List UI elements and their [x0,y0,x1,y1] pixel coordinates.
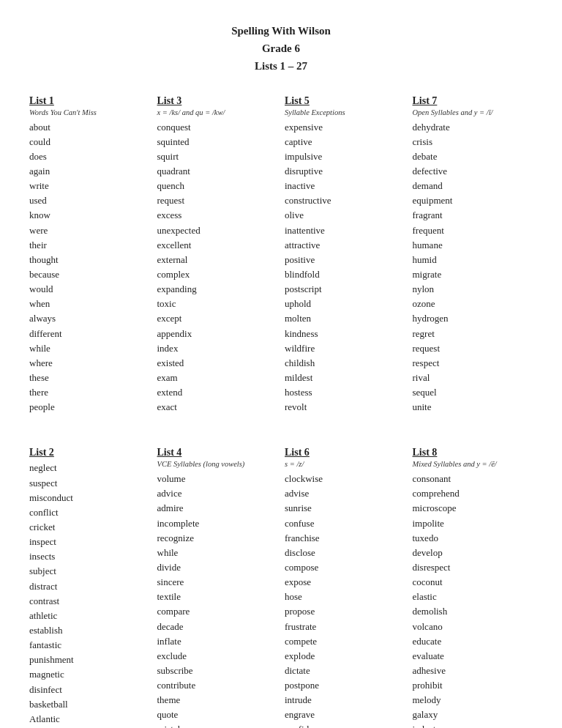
list-item: admire [157,501,278,516]
list-item: index [157,341,278,356]
list5-title: List 5 [285,95,405,107]
list-item: impulsive [285,149,405,164]
list-item: subject [29,564,150,579]
list2-title: List 2 [29,447,150,458]
list6-title: List 6 [285,447,405,458]
header-line1: Spelling With Wilson [231,25,331,37]
list3-section: List 3 x = /ks/ and qu = /kw/ conquest s… [157,95,278,415]
list-item: revolt [285,400,405,415]
list-item: always [29,311,150,326]
list-item: explode [285,649,405,664]
list-item: divide [157,560,278,575]
list-item: Atlantic [29,712,150,727]
list2-words: neglect suspect misconduct conflict cric… [29,461,150,728]
list6-words: clockwise advise sunrise confuse franchi… [285,472,405,728]
list-item: textile [157,590,278,604]
list-item: mildest [285,371,405,385]
list-item: squinted [157,135,278,149]
list-item: humane [413,238,533,253]
list-item: frustrate [285,620,405,634]
list-item: melody [413,693,533,707]
list-item: advise [285,486,405,501]
list-item: would [29,282,150,297]
list-item: while [29,341,150,356]
list-item: sincere [157,575,278,590]
list-item: incomplete [157,516,278,531]
list-item: dehydrate [413,120,533,135]
list-item: exclude [157,649,278,664]
list-item: crisis [413,135,533,149]
list-item: franchise [285,531,405,546]
list6-subtitle: s = /z/ [285,459,405,469]
list-item: basketball [29,697,150,712]
list-item: hydrogen [413,311,533,326]
list-item: evaluate [413,649,533,664]
list-item: exam [157,371,278,385]
list-item: confide [285,722,405,728]
list5-subtitle: Syllable Exceptions [285,108,405,118]
list8-section: List 8 Mixed Syllables and y = /ē/ conso… [413,447,533,728]
header-line2: Grade 6 [262,42,300,54]
list8-title: List 8 [413,447,533,458]
list-item: request [157,193,278,208]
list-item: magnetic [29,667,150,682]
list-item: demand [413,179,533,193]
list-item: intrude [285,693,405,707]
list-item: constructive [285,193,405,208]
list-item: these [29,371,150,385]
list-item: thought [29,253,150,267]
list-item: equipment [413,193,533,208]
list-item: frequent [413,223,533,238]
list-item: contrast [29,594,150,609]
list-item: people [29,400,150,415]
list-item: compare [157,604,278,619]
list1-section: List 1 Words You Can't Miss about could … [29,95,150,415]
list-item: squirt [157,149,278,164]
list-item: does [29,149,150,164]
list-item: disinfect [29,683,150,697]
list-item: there [29,385,150,400]
list-item: regret [413,327,533,341]
list-item: because [29,267,150,282]
list-item: punishment [29,653,150,667]
list-item: disclose [285,546,405,560]
list-item: elastic [413,590,533,604]
list-item: impolite [413,516,533,531]
list-item: postpone [285,678,405,693]
list-item: industry [413,722,533,728]
list-item: extend [157,385,278,400]
list-item: compete [285,634,405,649]
list-item: dictate [285,664,405,678]
list-item: childish [285,356,405,371]
list-item: uphold [285,297,405,311]
list-item: athletic [29,609,150,623]
list-item: debate [413,149,533,164]
list-item: request [413,341,533,356]
list-item: insects [29,549,150,564]
list-item: microscope [413,501,533,516]
list7-title: List 7 [413,95,533,107]
list-item: migrate [413,267,533,282]
list-item: propose [285,604,405,619]
list-item: postscript [285,282,405,297]
list-item: develop [413,546,533,560]
list4-words: volume advice admire incomplete recogniz… [157,472,278,728]
list2-section: List 2 neglect suspect misconduct confli… [29,447,150,728]
list-item: compose [285,560,405,575]
list-item: except [157,311,278,326]
header-line3: Lists 1 – 27 [255,60,307,72]
list-item: kindness [285,327,405,341]
list-item: excess [157,208,278,223]
list-item: sequel [413,385,533,400]
list8-subtitle: Mixed Syllables and y = /ē/ [413,459,533,469]
list-item: inattentive [285,223,405,238]
list-item: sunrise [285,501,405,516]
list-item: while [157,546,278,560]
list-item: molten [285,311,405,326]
list4-subtitle: VCE Syllables (long vowels) [157,459,278,469]
list-item: quench [157,179,278,193]
list-item: comprehend [413,486,533,501]
list-item: clockwise [285,472,405,486]
list-item: their [29,238,150,253]
list-item: attractive [285,238,405,253]
